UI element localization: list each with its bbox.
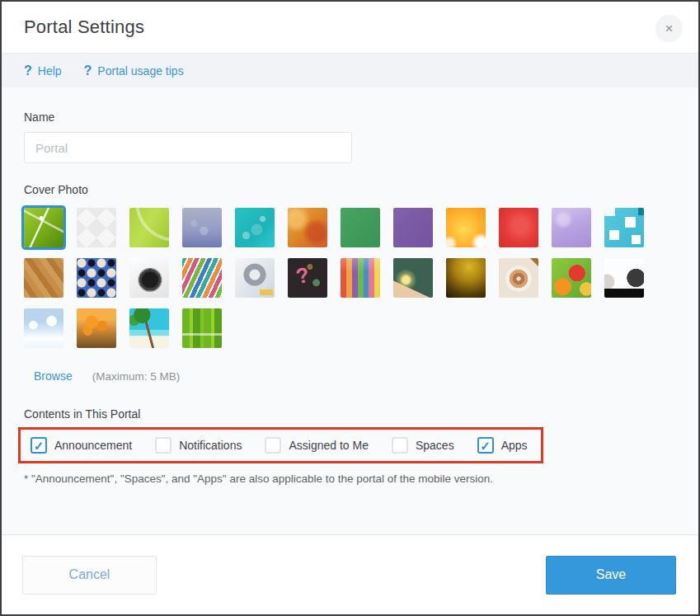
cover-photo-purple-felt[interactable]	[393, 208, 433, 247]
browse-row: Browse (Maximum: 5 MB)	[24, 369, 676, 383]
cover-photo-grid	[24, 208, 659, 348]
cover-photo-gear-sketch[interactable]	[235, 258, 275, 298]
cover-photo-green-leaf[interactable]	[24, 208, 63, 247]
cover-photo-question-marks-chalkboard[interactable]	[288, 258, 327, 298]
cover-photo-blue-mosaic[interactable]	[77, 258, 116, 298]
annotation-highlight-box: ✓Announcement✓Notifications✓Assigned to …	[18, 427, 543, 463]
unchecked-checkbox-icon[interactable]: ✓	[265, 437, 281, 454]
cover-photo-latte-art[interactable]	[499, 258, 538, 298]
cover-photo-book-stack[interactable]	[182, 258, 222, 298]
question-mark-icon: ?	[24, 63, 32, 78]
portal-usage-tips-link[interactable]: ? Portal usage tips	[84, 63, 184, 78]
cover-photo-vegetables[interactable]	[552, 258, 591, 298]
cover-photo-pumpkin-basket[interactable]	[77, 308, 116, 348]
checked-checkbox-icon[interactable]: ✓	[31, 437, 47, 454]
cover-photo-lime-green[interactable]	[129, 208, 169, 247]
dialog-title: Portal Settings	[24, 16, 144, 38]
checkbox-label-apps: Apps	[501, 439, 528, 452]
checkbox-item-announcement[interactable]: ✓Announcement	[31, 437, 132, 454]
cover-photo-compass[interactable]	[129, 258, 169, 298]
cover-photo-lavender-bokeh[interactable]	[182, 208, 222, 247]
max-size-note: (Maximum: 5 MB)	[92, 370, 181, 383]
browse-link[interactable]: Browse	[34, 369, 73, 383]
checkbox-item-notifications[interactable]: ✓Notifications	[155, 437, 242, 454]
mobile-version-note: * "Announcement", "Spaces", and "Apps" a…	[24, 473, 676, 485]
cancel-button[interactable]: Cancel	[22, 556, 157, 595]
close-button[interactable]: ×	[655, 15, 683, 42]
cover-photo-red-flower[interactable]	[499, 208, 538, 247]
checked-checkbox-icon[interactable]: ✓	[477, 437, 494, 454]
cover-photo-colored-pencils[interactable]	[341, 258, 380, 298]
cover-photo-teal-cubes[interactable]	[604, 208, 644, 247]
unchecked-checkbox-icon[interactable]: ✓	[392, 437, 408, 454]
help-bar: ? Help ? Portal usage tips	[2, 54, 698, 87]
portal-usage-tips-label: Portal usage tips	[97, 64, 183, 78]
cover-photo-teal-swirl[interactable]	[235, 208, 275, 247]
name-input[interactable]	[24, 132, 352, 163]
dialog-content: Name Cover Photo Browse (Maximum: 5 MB) …	[2, 87, 698, 534]
cover-photo-orange-abstract[interactable]	[288, 208, 327, 247]
unchecked-checkbox-icon[interactable]: ✓	[155, 437, 171, 454]
cover-photo-cat-and-dog[interactable]	[604, 258, 644, 298]
cover-photo-lightbulb-chalkboard[interactable]	[393, 258, 433, 298]
checkmark-icon: ✓	[480, 440, 491, 452]
cover-photo-palm-beach[interactable]	[129, 308, 169, 348]
checkmark-icon: ✓	[34, 440, 45, 452]
cover-photo-orange-lily[interactable]	[446, 208, 486, 247]
checkbox-item-spaces[interactable]: ✓Spaces	[392, 437, 454, 454]
dialog-header: Portal Settings ×	[2, 2, 698, 54]
checkbox-item-apps[interactable]: ✓Apps	[477, 437, 528, 454]
dialog-footer: Cancel Save	[2, 534, 698, 614]
cover-photo-bamboo[interactable]	[182, 308, 222, 348]
cover-photo-label: Cover Photo	[24, 183, 676, 196]
checkbox-label-assigned-to-me: Assigned to Me	[289, 439, 369, 452]
help-link-label: Help	[38, 64, 62, 78]
name-label: Name	[24, 111, 676, 124]
cover-photo-green-felt[interactable]	[341, 208, 380, 247]
help-link[interactable]: ? Help	[24, 63, 62, 78]
cover-photo-wood-weave[interactable]	[24, 258, 63, 298]
checkbox-label-announcement: Announcement	[54, 439, 132, 452]
contents-label: Contents in This Portal	[24, 407, 676, 421]
cover-photo-purple-flower[interactable]	[552, 208, 591, 247]
cover-photo-amber-glow[interactable]	[446, 258, 486, 298]
question-mark-icon: ?	[84, 63, 92, 78]
cover-photo-gray-diamonds[interactable]	[77, 208, 116, 247]
checkbox-label-spaces: Spaces	[416, 439, 454, 452]
cover-photo-winter-trees[interactable]	[24, 308, 63, 348]
checkbox-label-notifications: Notifications	[179, 439, 242, 452]
checkbox-item-assigned-to-me[interactable]: ✓Assigned to Me	[265, 437, 369, 454]
close-icon: ×	[665, 21, 674, 35]
portal-settings-dialog: Portal Settings × ? Help ? Portal usage …	[0, 0, 700, 616]
save-button[interactable]: Save	[546, 556, 676, 595]
